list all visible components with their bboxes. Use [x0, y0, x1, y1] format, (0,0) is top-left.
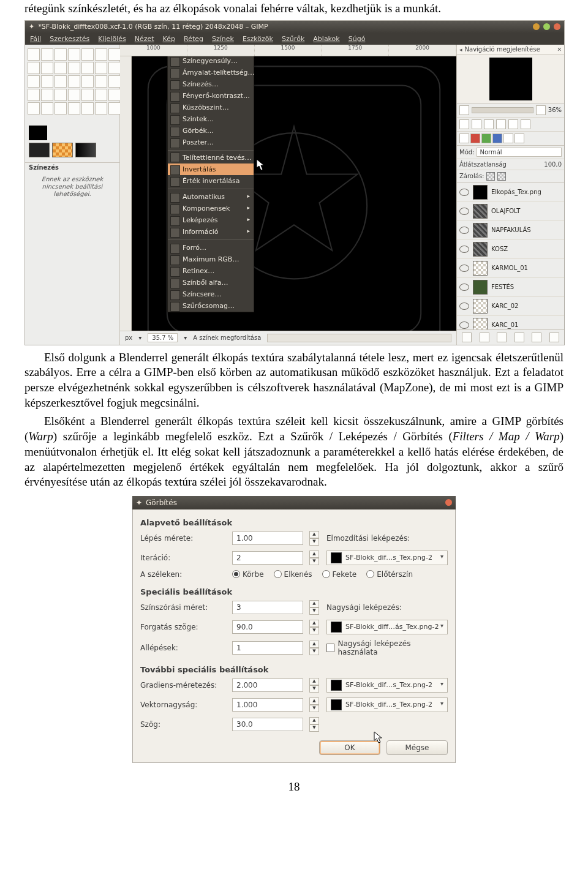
layer-row[interactable]: KARC_01 [457, 316, 564, 330]
colors-menu-item[interactable]: Fényerő-kontraszt… [168, 90, 254, 102]
menu-file[interactable]: Fájl [30, 35, 41, 43]
tool-icon[interactable] [41, 89, 53, 101]
window-close-icon[interactable] [554, 23, 560, 30]
angle-spinner[interactable]: ▲▼ [309, 717, 318, 732]
menu-view[interactable]: Nézet [135, 35, 154, 43]
tool-icon[interactable] [28, 102, 40, 115]
colors-menu-item[interactable]: Görbék… [168, 125, 254, 137]
layer-row[interactable]: KOSZ [457, 240, 564, 259]
menu-windows[interactable]: Ablakok [313, 35, 339, 43]
eye-icon[interactable] [459, 284, 469, 291]
tool-icon[interactable] [108, 48, 121, 61]
menu-image[interactable]: Kép [163, 35, 175, 43]
raise-layer-icon[interactable] [480, 333, 489, 342]
rot-input[interactable]: 90.0 [232, 620, 303, 634]
lock-alpha-icon[interactable] [497, 172, 506, 181]
pattern-swatch[interactable] [52, 143, 73, 157]
eye-icon[interactable] [459, 303, 469, 310]
tool-icon[interactable] [68, 89, 80, 101]
tool-icon[interactable] [95, 62, 107, 74]
paths-tab-icon[interactable] [503, 133, 513, 143]
colors-menu-item[interactable]: Szintek… [168, 113, 254, 125]
eye-icon[interactable] [459, 265, 469, 272]
tool-icon[interactable] [28, 48, 40, 61]
colors-menu-item[interactable]: Színből alfa… [168, 277, 254, 288]
tool-icon[interactable] [41, 75, 53, 88]
anchor-layer-icon[interactable] [532, 333, 541, 342]
tool-icon[interactable] [68, 62, 80, 74]
ok-button[interactable]: OK [319, 740, 380, 755]
zoom-icon[interactable] [496, 119, 506, 129]
collapse-icon[interactable]: ◂ [459, 47, 462, 53]
tool-icon[interactable] [95, 48, 107, 61]
edge-radio-fekete[interactable]: Fekete [322, 570, 357, 579]
mag-use-checkbox[interactable]: Nagysági leképezés használata [326, 639, 448, 656]
sub-spinner[interactable]: ▲▼ [309, 641, 318, 655]
grad-spinner[interactable]: ▲▼ [309, 678, 318, 693]
layer-row[interactable]: OLAJFOLT [457, 202, 564, 221]
tool-icon[interactable] [108, 89, 121, 101]
rot-spinner[interactable]: ▲▼ [309, 620, 318, 634]
edge-radio-eloterszin[interactable]: Előtérszín [366, 570, 413, 579]
fg-color[interactable] [29, 126, 47, 140]
tool-icon[interactable] [55, 62, 67, 74]
eye-icon[interactable] [459, 227, 469, 234]
menu-colors[interactable]: Színek [212, 35, 234, 43]
tool-icon[interactable] [68, 102, 80, 115]
tool-icon[interactable] [41, 48, 53, 61]
tool-icon[interactable] [108, 102, 121, 115]
disp-combo[interactable]: SF-Blokk_dif…s_Tex.png-2 [326, 551, 448, 565]
close-panel-icon[interactable]: ✕ [557, 47, 562, 53]
colors-menu-item[interactable]: Érték invertálása [168, 175, 254, 187]
colors-menu-item[interactable]: Színcsere… [168, 288, 254, 300]
vec-spinner[interactable]: ▲▼ [309, 697, 318, 712]
tool-icon[interactable] [28, 89, 40, 101]
mode-dropdown[interactable]: Normál [477, 148, 562, 157]
zoom-icon[interactable] [459, 119, 469, 129]
colors-menu-item[interactable]: Árnyalat-telítettség… [168, 67, 254, 78]
colors-menu-item[interactable]: Retinex… [168, 265, 254, 277]
tool-icon[interactable] [28, 75, 40, 88]
undo-tab-icon[interactable] [514, 133, 524, 143]
tool-icon[interactable] [28, 62, 40, 74]
tool-icon[interactable] [81, 75, 94, 88]
channels-green-icon[interactable] [481, 133, 491, 143]
layer-row[interactable]: FESTÉS [457, 278, 564, 297]
menu-tools[interactable]: Eszközök [243, 35, 273, 43]
tool-icon[interactable] [81, 62, 94, 74]
zoom-icon[interactable] [508, 119, 518, 129]
scatter-input[interactable]: 3 [232, 601, 303, 614]
grad-input[interactable]: 2.000 [232, 678, 303, 692]
tool-icon[interactable] [41, 102, 53, 115]
delete-layer-icon[interactable] [549, 333, 559, 342]
window-maximize-icon[interactable] [543, 23, 550, 30]
zoom-icon[interactable] [472, 119, 481, 129]
colors-menu-item[interactable]: Maximum RGB… [168, 254, 254, 265]
colors-menu-item[interactable]: Forró… [168, 242, 254, 254]
zoom-in-icon[interactable] [536, 105, 546, 115]
lower-layer-icon[interactable] [497, 333, 507, 342]
window-minimize-icon[interactable] [533, 23, 540, 30]
colors-menu-item[interactable]: Szűrőcsomag… [168, 300, 254, 312]
tool-icon[interactable] [108, 62, 121, 74]
iter-input[interactable]: 2 [232, 551, 303, 565]
tool-icon[interactable] [55, 89, 67, 101]
tool-icon[interactable] [55, 48, 67, 61]
tool-icon[interactable] [95, 75, 107, 88]
tool-icon[interactable] [81, 48, 94, 61]
zoom-icon[interactable] [521, 119, 530, 129]
lock-pixels-icon[interactable] [486, 172, 495, 181]
eye-icon[interactable] [459, 208, 469, 215]
new-layer-icon[interactable] [462, 333, 472, 342]
layer-row[interactable]: KARMOL_01 [457, 259, 564, 278]
layers-tab-icon[interactable] [459, 133, 469, 143]
menu-edit[interactable]: Szerkesztés [50, 35, 89, 43]
tool-icon[interactable] [108, 75, 121, 88]
colors-menu-item[interactable]: Komponensek [168, 203, 254, 214]
opacity-value[interactable]: 100,0 [544, 161, 562, 168]
tool-icon[interactable] [81, 89, 94, 101]
tool-icon[interactable] [95, 102, 107, 115]
layer-row[interactable]: NAPFAKULÁS [457, 221, 564, 240]
step-input[interactable]: 1.00 [232, 532, 303, 545]
angle-input[interactable]: 30.0 [232, 718, 303, 731]
